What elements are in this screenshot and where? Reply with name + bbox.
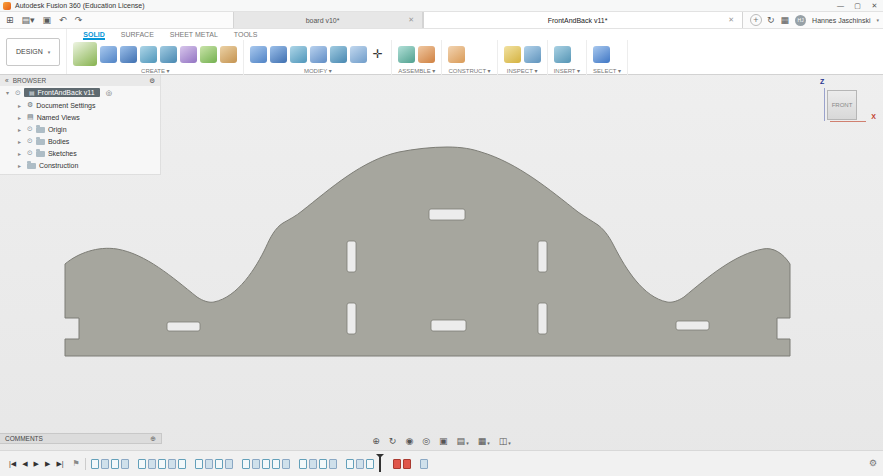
insert-icon[interactable] bbox=[554, 46, 571, 63]
new-component-icon[interactable] bbox=[398, 46, 415, 63]
timeline-feature-feature[interactable] bbox=[282, 459, 290, 469]
app-grid-icon[interactable]: ⊞ bbox=[6, 15, 14, 25]
timeline-feature-red[interactable] bbox=[393, 459, 401, 469]
browser-item-document-settings[interactable]: ▸⚙Document Settings bbox=[0, 99, 160, 111]
save-icon[interactable]: ▣ bbox=[43, 15, 52, 25]
avatar[interactable]: HJ bbox=[795, 15, 806, 26]
look-at-icon[interactable]: ◉ bbox=[405, 436, 413, 446]
browser-item-bodies[interactable]: ▸⊙Bodies bbox=[0, 135, 160, 147]
minimize-window-icon[interactable]: — bbox=[832, 2, 849, 10]
job-status-icon[interactable]: ↻ bbox=[767, 15, 775, 25]
timeline-feature-feature[interactable] bbox=[420, 459, 428, 469]
go-to-start-icon[interactable]: |◀ bbox=[9, 460, 16, 468]
group-label-inspect[interactable]: INSPECT ▾ bbox=[504, 66, 541, 76]
collapse-arrow-icon[interactable]: ▾ bbox=[6, 89, 12, 96]
combine-icon[interactable] bbox=[310, 46, 327, 63]
revolve-icon[interactable] bbox=[120, 46, 137, 63]
measure-icon[interactable] bbox=[504, 46, 521, 63]
timeline-feature-feature[interactable] bbox=[205, 459, 213, 469]
maximize-window-icon[interactable]: ▢ bbox=[849, 2, 866, 10]
timeline-feature-feature[interactable] bbox=[309, 459, 317, 469]
timeline-feature-sketch[interactable] bbox=[195, 459, 203, 469]
expand-arrow-icon[interactable]: ▸ bbox=[18, 150, 24, 157]
timeline-feature-feature[interactable] bbox=[225, 459, 233, 469]
viewports-icon[interactable]: ◫▾ bbox=[499, 436, 511, 446]
tab-tools[interactable]: TOOLS bbox=[234, 31, 258, 40]
step-back-icon[interactable]: ◀ bbox=[22, 460, 27, 468]
group-label-modify[interactable]: MODIFY ▾ bbox=[250, 66, 385, 76]
close-window-icon[interactable]: ✕ bbox=[866, 2, 883, 10]
browser-item-origin[interactable]: ▸⊙Origin bbox=[0, 123, 160, 135]
grid-and-snaps-icon[interactable]: ▦▾ bbox=[478, 436, 490, 446]
close-tab-icon[interactable]: ✕ bbox=[728, 16, 734, 24]
timeline-feature-sketch[interactable] bbox=[346, 459, 354, 469]
expand-arrow-icon[interactable]: ▸ bbox=[18, 162, 24, 169]
timeline-feature-feature[interactable] bbox=[252, 459, 260, 469]
timeline-feature-feature[interactable] bbox=[329, 459, 337, 469]
visibility-eye-icon[interactable]: ⊙ bbox=[15, 89, 21, 97]
timeline-feature-sketch[interactable] bbox=[242, 459, 250, 469]
joint-icon[interactable] bbox=[418, 46, 435, 63]
shell-icon[interactable] bbox=[290, 46, 307, 63]
split-body-icon[interactable] bbox=[350, 46, 367, 63]
fillet-icon[interactable] bbox=[270, 46, 287, 63]
visibility-eye-icon[interactable]: ⊙ bbox=[27, 125, 33, 133]
loft-icon[interactable] bbox=[160, 46, 177, 63]
browser-item-sketches[interactable]: ▸⊙Sketches bbox=[0, 147, 160, 159]
group-label-insert[interactable]: INSERT ▾ bbox=[554, 66, 580, 76]
browser-root-row[interactable]: ▾ ⊙ ▤ FrontAndBack v11 ◎ bbox=[0, 86, 160, 99]
workspace-switcher[interactable]: DESIGN ▾ bbox=[6, 38, 60, 66]
go-to-end-icon[interactable]: ▶| bbox=[56, 460, 63, 468]
undo-icon[interactable]: ↶ bbox=[59, 15, 67, 25]
document-tab-frontandback-v11-[interactable]: FrontAndBack v11*✕ bbox=[423, 12, 743, 28]
section-analysis-icon[interactable] bbox=[524, 46, 541, 63]
timeline-feature-sketch[interactable] bbox=[319, 459, 327, 469]
timeline-feature-sketch[interactable] bbox=[299, 459, 307, 469]
create-sketch-icon[interactable] bbox=[73, 42, 97, 66]
zoom-icon[interactable]: ◎ bbox=[422, 436, 430, 446]
timeline-feature-sketch[interactable] bbox=[91, 459, 99, 469]
timeline-playhead[interactable] bbox=[379, 456, 381, 472]
form-icon[interactable] bbox=[220, 46, 237, 63]
add-comment-icon[interactable]: ⊕ bbox=[150, 435, 156, 443]
timeline-feature-feature[interactable] bbox=[101, 459, 109, 469]
timeline-feature-sketch[interactable] bbox=[215, 459, 223, 469]
active-component[interactable]: ▤ FrontAndBack v11 bbox=[24, 88, 100, 97]
browser-item-construction[interactable]: ▸Construction bbox=[0, 159, 160, 171]
timeline-feature-feature[interactable] bbox=[148, 459, 156, 469]
group-label-assemble[interactable]: ASSEMBLE ▾ bbox=[398, 66, 435, 76]
timeline-feature-feature[interactable] bbox=[168, 459, 176, 469]
timeline-feature-feature[interactable] bbox=[356, 459, 364, 469]
timeline-feature-sketch[interactable] bbox=[272, 459, 280, 469]
collapse-panel-icon[interactable]: « bbox=[5, 77, 9, 84]
orbit-icon[interactable]: ↻ bbox=[389, 436, 397, 446]
expand-arrow-icon[interactable]: ▸ bbox=[18, 126, 24, 133]
timeline-feature-sketch[interactable] bbox=[366, 459, 374, 469]
notifications-icon[interactable]: ▦ bbox=[781, 15, 790, 25]
group-label-select[interactable]: SELECT ▾ bbox=[593, 66, 621, 76]
timeline-feature-sketch[interactable] bbox=[138, 459, 146, 469]
comments-bar[interactable]: COMMENTS ⊕ bbox=[0, 433, 162, 444]
move-copy-icon[interactable]: ✛ bbox=[370, 46, 385, 63]
select-icon[interactable] bbox=[593, 46, 610, 63]
expand-arrow-icon[interactable]: ▸ bbox=[18, 102, 24, 109]
step-forward-icon[interactable]: ▶ bbox=[45, 460, 50, 468]
timeline-feature-sketch[interactable] bbox=[111, 459, 119, 469]
timeline-feature-red[interactable] bbox=[403, 459, 411, 469]
view-cube[interactable]: Z FRONT X bbox=[817, 80, 875, 130]
tab-surface[interactable]: SURFACE bbox=[121, 31, 154, 40]
extrude-icon[interactable] bbox=[100, 46, 117, 63]
visibility-eye-icon[interactable]: ⊙ bbox=[27, 149, 33, 157]
user-name[interactable]: Hannes Jaschinski bbox=[812, 17, 870, 24]
construction-plane-icon[interactable] bbox=[448, 46, 465, 63]
pattern-icon[interactable] bbox=[180, 46, 197, 63]
view-cube-front-face[interactable]: FRONT bbox=[827, 90, 857, 120]
display-settings-icon[interactable]: ▤▾ bbox=[457, 436, 469, 446]
chevron-down-icon[interactable]: ▾ bbox=[876, 17, 879, 23]
timeline-settings-gear-icon[interactable]: ⚙ bbox=[869, 458, 877, 468]
press-pull-icon[interactable] bbox=[250, 46, 267, 63]
timeline-feature-sketch[interactable] bbox=[178, 459, 186, 469]
activate-component-radio[interactable]: ◎ bbox=[106, 89, 112, 97]
tab-solid[interactable]: SOLID bbox=[83, 31, 104, 40]
file-menu-icon[interactable]: ▤▾ bbox=[22, 15, 35, 25]
